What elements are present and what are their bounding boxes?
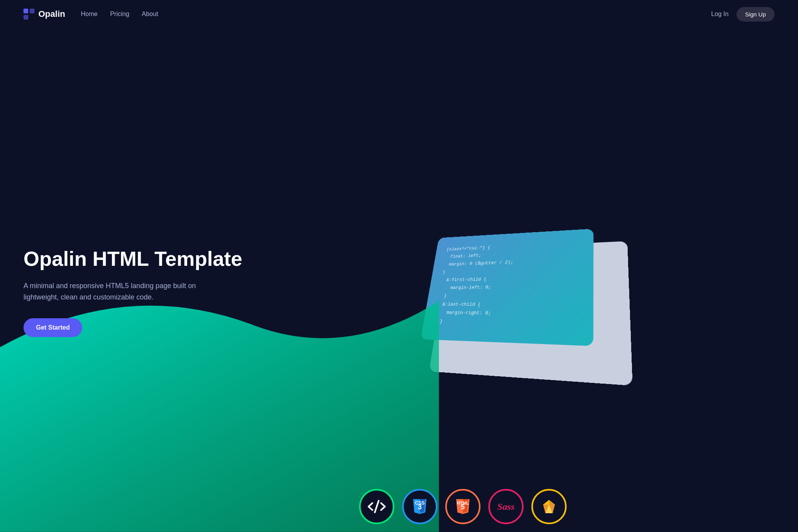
hero-section: Opalin HTML Template A minimal and respo…	[0, 28, 798, 532]
svg-rect-0	[23, 9, 28, 13]
code-card: [class^="col-"] { float: left; margin: 0…	[418, 227, 612, 365]
signup-button[interactable]: Sign Up	[737, 7, 775, 22]
svg-marker-14	[549, 500, 555, 505]
nav-right: Log In Sign Up	[711, 7, 775, 22]
nav-link-home[interactable]: Home	[81, 11, 97, 18]
navbar: Opalin Home Pricing About Log In Sign Up	[0, 0, 798, 28]
get-started-button[interactable]: Get Started	[23, 318, 82, 337]
hero-content: Opalin HTML Template A minimal and respo…	[23, 247, 251, 337]
card-front: [class^="col-"] { float: left; margin: 0…	[421, 229, 594, 346]
tech-icon-code	[359, 489, 394, 524]
tech-icon-css3: 3 CSS	[402, 489, 437, 524]
tech-icon-sass: Sass	[488, 489, 524, 524]
svg-line-3	[375, 501, 379, 512]
code-icon	[367, 497, 386, 516]
tech-icon-sketch	[531, 489, 567, 524]
sketch-icon	[539, 497, 559, 516]
nav-link-about[interactable]: About	[142, 11, 158, 18]
svg-text:HTML: HTML	[457, 501, 469, 505]
sass-icon: Sass	[496, 497, 516, 516]
nav-links: Home Pricing About	[81, 11, 711, 18]
logo[interactable]: Opalin	[23, 9, 65, 20]
css3-icon: 3 CSS	[410, 497, 430, 516]
tech-icon-html5: 5 HTML	[445, 489, 480, 524]
svg-rect-1	[30, 9, 34, 13]
logo-icon	[23, 9, 34, 20]
svg-text:CSS: CSS	[415, 500, 425, 506]
nav-link-pricing[interactable]: Pricing	[110, 11, 129, 18]
code-content: [class^="col-"] { float: left; margin: 0…	[434, 239, 581, 329]
html5-icon: 5 HTML	[453, 497, 473, 516]
hero-title: Opalin HTML Template	[23, 247, 251, 271]
svg-text:Sass: Sass	[497, 501, 515, 512]
logo-text: Opalin	[38, 9, 65, 19]
login-link[interactable]: Log In	[711, 11, 728, 18]
tech-icons-row: 3 CSS 5 HTML Sass	[359, 489, 758, 524]
hero-subtitle: A minimal and responsive HTML5 landing p…	[23, 280, 211, 303]
svg-rect-2	[23, 15, 28, 20]
